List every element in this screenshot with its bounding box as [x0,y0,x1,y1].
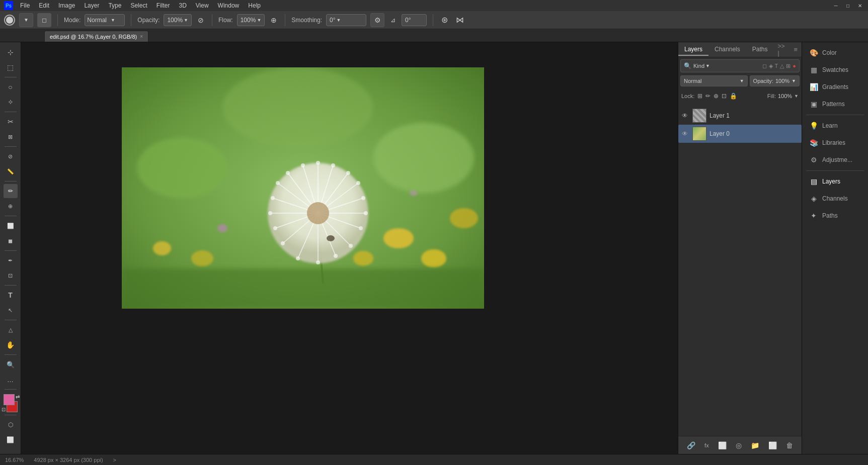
lock-move-icon[interactable]: ⊕ [714,92,719,100]
lock-artboard-icon[interactable]: ⊡ [722,92,727,100]
layers-panel-close[interactable]: ≡ [790,44,802,55]
foreground-color[interactable] [4,394,15,405]
paths-right-panel-item[interactable]: ✦ Paths [804,208,866,224]
pressure-icon[interactable]: ⊛ [439,14,450,26]
status-arrow-icon[interactable]: > [113,457,116,463]
menu-3d[interactable]: 3D [175,1,190,10]
group-layers-icon[interactable]: 📁 [751,441,759,449]
pressure-opacity-icon[interactable]: ⊘ [196,15,206,25]
delete-layer-icon[interactable]: 🗑 [786,441,793,449]
symmetry-icon[interactable]: ⋈ [454,14,466,26]
clone-tool[interactable]: ⊕ [4,199,18,213]
menu-edit[interactable]: Edit [35,1,53,10]
libraries-panel-item[interactable]: 📚 Libraries [804,135,866,151]
flow-value[interactable]: 100% ▼ [237,14,265,26]
filter-pixel-icon[interactable]: ◻ [762,63,767,69]
quick-select-tool[interactable]: ✧ [4,95,18,109]
reset-colors-icon[interactable]: ⊡ [2,407,6,412]
swatches-panel-item[interactable]: ▦ Swatches [804,62,866,78]
lasso-tool[interactable]: ○ [4,80,18,94]
add-style-icon[interactable]: fx [704,442,709,448]
crop-tool[interactable]: ✂ [4,115,18,129]
blend-mode-dropdown[interactable]: Normal ▼ [85,14,125,26]
pen-tool[interactable]: ✒ [4,253,18,267]
layer-blend-mode-dropdown[interactable]: Normal ▼ [680,75,748,86]
eyedropper-tool[interactable]: ⊘ [4,149,18,163]
new-layer-icon[interactable]: ⬜ [768,441,777,449]
switch-colors-icon[interactable]: ⇄ [16,394,20,400]
layer-item[interactable]: 👁 Layer 1 [678,107,802,125]
tab-paths[interactable]: Paths [746,44,774,56]
filter-toggle-icon[interactable]: ● [793,63,796,69]
menu-window[interactable]: Window [214,1,244,10]
layers-right-panel-item[interactable]: ▤ Layers [804,173,866,190]
layer-visibility-icon[interactable]: 👁 [680,130,689,137]
brush-tool[interactable]: ✏ [4,184,18,198]
zoom-tool[interactable]: 🔍 [4,357,18,371]
smoothing-settings-button[interactable]: ⚙ [370,13,384,27]
menu-type[interactable]: Type [104,1,125,10]
opacity-value[interactable]: 100% ▼ [164,14,192,26]
layers-panel-menu[interactable]: >> | [773,41,790,59]
ruler-tool[interactable]: 📏 [4,164,18,178]
lock-draw-icon[interactable]: ✏ [705,92,711,100]
menu-image[interactable]: Image [54,1,79,10]
airbrush-icon[interactable]: ⊕ [269,15,279,25]
filter-kind-dropdown[interactable]: Kind ▼ [693,63,760,69]
maximize-button[interactable]: □ [844,2,852,10]
angle-value[interactable]: 0° [402,14,427,26]
filter-smart-icon[interactable]: ⊞ [786,63,791,69]
link-layers-icon[interactable]: 🔗 [687,441,695,449]
brush-preview[interactable] [4,15,15,26]
hand-tool[interactable]: ✋ [4,338,18,352]
minimize-button[interactable]: ─ [832,2,840,10]
patterns-panel-item[interactable]: ▣ Patterns [804,96,866,112]
document-tab[interactable]: edit.psd @ 16.7% (Layer 0, RGB/8) × [44,31,148,42]
tab-channels[interactable]: Channels [708,44,746,56]
color-panel-item[interactable]: 🎨 Color [804,45,866,61]
tool-separator2 [5,112,17,112]
svg-point-32 [276,181,280,185]
adjustments-panel-item[interactable]: ⚙ Adjustme... [804,152,866,168]
menu-view[interactable]: View [192,1,213,10]
menu-filter[interactable]: Filter [152,1,174,10]
tab-layers[interactable]: Layers [678,44,708,56]
lock-pixels-icon[interactable]: ⊞ [697,92,702,100]
fill-tool[interactable]: ◼ [4,234,18,248]
menu-help[interactable]: Help [244,1,265,10]
pen-alt-tool[interactable]: ⊡ [4,268,18,283]
lock-all-icon[interactable]: 🔒 [730,92,737,100]
smoothing-value[interactable]: 0° ▼ [326,14,366,26]
marquee-tool[interactable]: ⬚ [4,60,18,74]
patterns-panel-icon: ▣ [809,100,818,108]
filter-text-icon[interactable]: T [775,63,778,69]
layer-item-active[interactable]: 👁 Layer 0 [678,125,802,143]
filter-shape-icon[interactable]: △ [780,63,784,69]
eraser-tool[interactable]: ⬜ [4,219,18,233]
gradients-panel-item[interactable]: 📊 Gradients [804,79,866,95]
menu-select[interactable]: Select [126,1,151,10]
path-select-tool[interactable]: ↖ [4,303,18,317]
text-tool[interactable]: T [4,288,18,302]
canvas-area[interactable] [21,42,678,454]
angle-icon[interactable]: ⊿ [388,16,398,25]
menu-layer[interactable]: Layer [80,1,103,10]
move-tool[interactable]: ⊹ [4,45,18,59]
layer-opacity-control[interactable]: Opacity: 100% ▼ [750,75,800,86]
layer-visibility-icon[interactable]: 👁 [680,112,689,119]
slice-tool[interactable]: ⊠ [4,130,18,144]
quick-mask-button[interactable]: ⬡ [4,418,18,432]
adjustment-layer-icon[interactable]: ◎ [736,441,742,449]
learn-panel-item[interactable]: 💡 Learn [804,118,866,134]
more-tools-button[interactable]: … [4,373,18,387]
channels-right-panel-item[interactable]: ◈ Channels [804,191,866,207]
menu-file[interactable]: File [16,1,34,10]
close-button[interactable]: ✕ [856,2,864,10]
screen-mode-button[interactable]: ⬜ [4,433,18,447]
filter-adjustment-icon[interactable]: ◈ [769,63,773,69]
shape-tool[interactable]: △ [4,323,18,337]
brush-mode-button[interactable]: ◻ [37,13,51,27]
tab-close-button[interactable]: × [140,34,143,39]
add-mask-icon[interactable]: ⬜ [718,441,727,449]
brush-settings-button[interactable]: ▼ [19,13,33,27]
